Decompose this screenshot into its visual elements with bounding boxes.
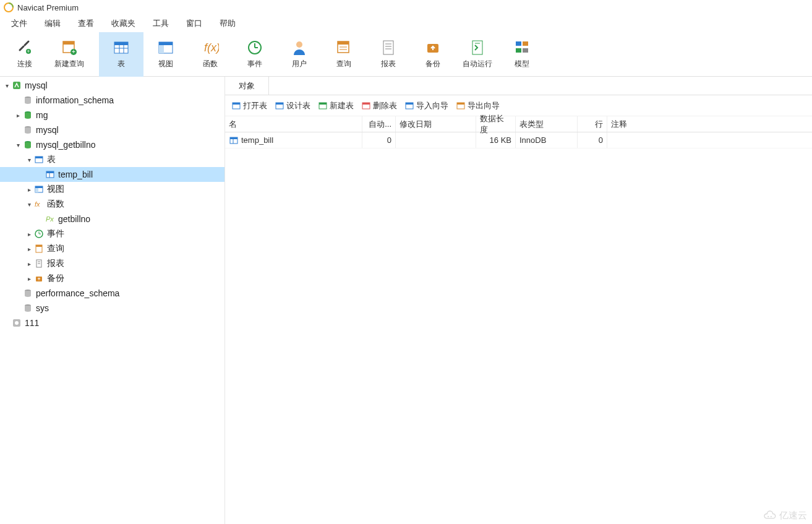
- chevron-icon[interactable]: ▸: [25, 231, 33, 238]
- svg-rect-68: [319, 103, 327, 105]
- tool-autorun[interactable]: 自动运行: [455, 32, 500, 77]
- db-green-icon: [22, 110, 33, 121]
- svg-text:f(x): f(x): [204, 41, 219, 54]
- tool-backup[interactable]: 备份: [411, 32, 455, 77]
- main-toolbar: +连接+新建查询表视图f(x)函数事件用户查询报表备份自动运行模型: [0, 32, 812, 77]
- export-wiz-icon: [456, 101, 466, 111]
- report-s-icon: [33, 258, 45, 269]
- px-icon: Px: [45, 213, 56, 225]
- tree-item-事件[interactable]: ▸事件: [0, 226, 224, 241]
- model-icon: [513, 39, 531, 56]
- objbtn-import-wiz[interactable]: 导入向导: [402, 99, 451, 113]
- objbtn-open-table[interactable]: 打开表: [229, 99, 270, 113]
- col-header-comment[interactable]: 注释: [607, 116, 812, 132]
- tab-objects[interactable]: 对象: [225, 77, 269, 95]
- svg-rect-46: [35, 186, 43, 188]
- objbtn-export-wiz[interactable]: 导出向导: [453, 99, 502, 113]
- watermark: 亿速云: [763, 510, 807, 522]
- tool-user[interactable]: 用户: [277, 32, 322, 77]
- tree-item-表[interactable]: ▾表: [0, 152, 224, 167]
- menu-0[interactable]: 文件: [2, 15, 36, 32]
- tree-item-getbillno[interactable]: Pxgetbillno: [0, 212, 224, 226]
- menu-2[interactable]: 查看: [69, 15, 103, 32]
- tree-item-查询[interactable]: ▸查询: [0, 241, 224, 256]
- navicat-logo-icon: [4, 2, 14, 12]
- main-panel: 对象 打开表设计表新建表删除表导入向导导出向导 名 自动... 修改日期 数据长…: [225, 77, 812, 524]
- chevron-icon[interactable]: ▾: [25, 157, 33, 163]
- col-header-rows[interactable]: 行: [578, 116, 607, 132]
- menu-6[interactable]: 帮助: [211, 15, 244, 32]
- chevron-icon[interactable]: ▾: [25, 201, 33, 208]
- svg-text:fx: fx: [35, 200, 40, 208]
- grid-header: 名 自动... 修改日期 数据长度 表类型 行 注释: [225, 116, 812, 132]
- db-icon: [22, 124, 33, 135]
- tables-icon: [33, 154, 45, 165]
- objbtn-delete-table[interactable]: 删除表: [359, 99, 400, 113]
- delete-table-icon: [361, 101, 371, 111]
- app-title: Navicat Premium: [17, 3, 79, 12]
- tool-view[interactable]: 视图: [143, 32, 188, 77]
- svg-rect-31: [516, 41, 521, 46]
- tabbar: 对象: [225, 77, 812, 95]
- tree-item-sys[interactable]: sys: [0, 301, 224, 316]
- chevron-icon[interactable]: ▾: [2, 82, 11, 89]
- table-icon: [45, 169, 56, 180]
- tool-new-query[interactable]: +新建查询: [47, 32, 92, 77]
- tree-item-mysql_getbillno[interactable]: ▾mysql_getbillno: [0, 137, 224, 152]
- objbtn-new-table[interactable]: 新建表: [315, 99, 356, 113]
- tree-item-mg[interactable]: ▸mg: [0, 108, 224, 122]
- tree-item-函数[interactable]: ▾fx函数: [0, 197, 224, 212]
- svg-rect-70: [362, 103, 370, 105]
- objbtn-design-table[interactable]: 设计表: [272, 99, 313, 113]
- chevron-icon[interactable]: ▸: [25, 246, 33, 252]
- svg-rect-32: [523, 41, 528, 46]
- tree-item-报表[interactable]: ▸报表: [0, 256, 224, 271]
- tool-query[interactable]: 查询: [322, 32, 366, 77]
- query-s-icon: [33, 243, 45, 254]
- col-header-name[interactable]: 名: [225, 116, 362, 132]
- tool-report[interactable]: 报表: [366, 32, 411, 77]
- svg-rect-33: [516, 48, 521, 53]
- col-header-type[interactable]: 表类型: [516, 116, 578, 132]
- tree-item-information_schema[interactable]: information_schema: [0, 93, 224, 108]
- tree-item-mysql[interactable]: mysql: [0, 122, 224, 137]
- menu-3[interactable]: 收藏夹: [103, 15, 144, 32]
- db-green-icon: [22, 139, 33, 150]
- chevron-icon[interactable]: ▸: [25, 260, 33, 267]
- col-header-mod[interactable]: 修改日期: [396, 116, 476, 132]
- svg-point-62: [15, 321, 19, 325]
- tree-item-备份[interactable]: ▸备份: [0, 271, 224, 286]
- col-header-auto[interactable]: 自动...: [362, 116, 396, 132]
- chevron-icon[interactable]: ▸: [25, 275, 33, 282]
- tree-item-temp_bill[interactable]: temp_bill: [0, 167, 224, 182]
- autorun-icon: [469, 39, 486, 56]
- menu-5[interactable]: 窗口: [177, 15, 211, 32]
- svg-rect-13: [159, 42, 173, 45]
- backup-icon: [424, 39, 442, 56]
- tool-plug[interactable]: +连接: [2, 32, 47, 77]
- tool-model[interactable]: 模型: [500, 32, 544, 77]
- chevron-icon[interactable]: ▸: [14, 112, 22, 119]
- menu-1[interactable]: 编辑: [36, 15, 69, 32]
- svg-rect-34: [523, 48, 528, 53]
- tree-item-performance_schema[interactable]: performance_schema: [0, 286, 224, 301]
- tool-table[interactable]: 表: [99, 32, 143, 77]
- fx-icon: fx: [33, 199, 45, 210]
- table-row[interactable]: temp_bill016 KBInnoDB0: [225, 132, 812, 148]
- tool-event[interactable]: 事件: [233, 32, 277, 77]
- tree-item-视图[interactable]: ▸视图: [0, 182, 224, 197]
- tool-function[interactable]: f(x)函数: [188, 32, 233, 77]
- chevron-icon[interactable]: ▸: [25, 186, 33, 193]
- object-grid[interactable]: 名 自动... 修改日期 数据长度 表类型 行 注释 temp_bill016 …: [225, 116, 812, 524]
- menubar: 文件编辑查看收藏夹工具窗口帮助: [0, 15, 812, 32]
- tree-item-mysql[interactable]: ▾mysql: [0, 78, 224, 93]
- plug-icon: +: [16, 39, 33, 56]
- new-table-icon: [318, 101, 328, 111]
- col-header-size[interactable]: 数据长度: [476, 116, 516, 132]
- menu-4[interactable]: 工具: [144, 15, 177, 32]
- conn-green-icon: [11, 80, 22, 91]
- chevron-icon[interactable]: ▾: [14, 142, 22, 148]
- query-icon: [335, 39, 353, 56]
- connection-tree[interactable]: ▾mysqlinformation_schema▸mgmysql▾mysql_g…: [0, 77, 225, 524]
- tree-item-111[interactable]: 111: [0, 316, 224, 330]
